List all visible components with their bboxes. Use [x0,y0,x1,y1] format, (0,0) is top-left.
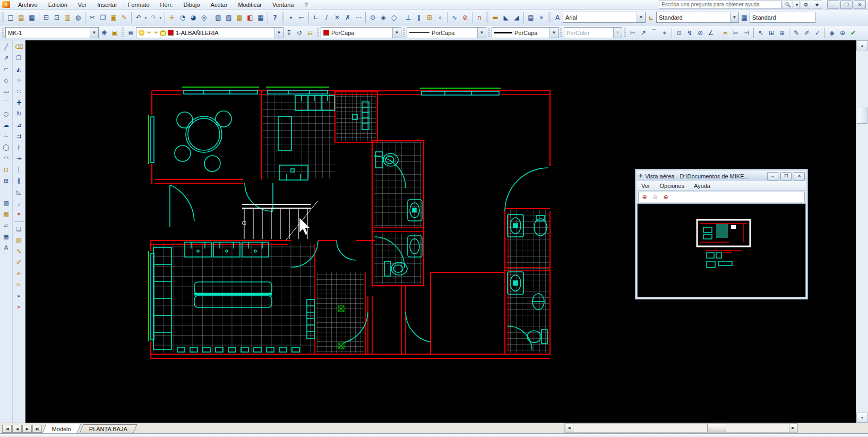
quick-dimension[interactable]: ≍ [720,28,731,38]
help[interactable]: ? [270,12,280,23]
horizontal-scroll-track[interactable] [573,424,789,432]
edit-spline[interactable]: ✐ [13,257,24,268]
dimension-center[interactable]: ⊕ [837,28,848,38]
plot[interactable]: ⊟ [41,12,51,23]
menu-archivo[interactable]: Archivo [13,1,42,8]
aerial-title-bar[interactable]: ✈ Vista aérea - D:\Documentos de MIKE...… [637,171,806,181]
offset[interactable]: ≈ [13,75,24,86]
horizontal-scroll-thumb[interactable] [707,424,726,432]
table-style-icon[interactable]: ▦ [739,12,750,23]
hatch[interactable]: ▨ [1,198,12,209]
gradient[interactable]: ▩ [1,209,12,220]
toolbar-grip[interactable] [2,28,4,38]
point[interactable]: · [1,186,12,198]
close-button[interactable]: ✕ [854,0,866,9]
arc[interactable]: ⌒ [1,97,12,108]
copy[interactable]: ❐ [13,53,24,64]
linear-dimension[interactable]: ⊢ [628,28,638,38]
snap-center[interactable]: ⊙ [367,12,378,23]
menu-dibujo[interactable]: Dibujo [178,1,204,8]
make-object-layer-current[interactable]: ↧ [283,28,294,38]
mass-properties[interactable]: ◢ [511,12,522,23]
tablestyle-combo[interactable]: Standard [750,12,815,23]
linetype-dropdown-arrow[interactable]: ▼ [477,28,486,38]
publish[interactable]: ▥ [62,12,73,23]
layer-properties-manager[interactable]: ≣ [125,28,136,38]
tab-planta-baja[interactable]: PLANTA BAJA [80,424,137,433]
designcenter[interactable]: ▨ [224,12,234,23]
layer-dropdown-arrow[interactable]: ▼ [274,28,283,38]
horizontal-scrollbar[interactable]: ◀ ▶ [564,423,798,433]
chamfer[interactable]: ◺ [13,186,24,198]
sync-attributes[interactable]: ➢ [13,290,24,302]
font-dropdown-arrow[interactable]: ▼ [637,12,645,22]
markup-set-manager[interactable]: ◧ [245,12,255,23]
match-properties[interactable]: ✎ [119,12,130,23]
workspace-combo[interactable]: MK-1 ▼ [5,27,99,38]
distance[interactable]: ▬ [490,12,501,23]
scroll-right-arrow[interactable]: ▶ [789,424,797,432]
workspace-settings[interactable]: ❋ [99,28,109,38]
scroll-left-arrow[interactable]: ◀ [565,424,573,432]
center-mark[interactable]: ⊕ [777,28,787,38]
draw-order[interactable]: ❏ [13,224,24,235]
pan[interactable]: ✛ [167,12,177,23]
zoom-window[interactable]: ◕ [188,12,199,23]
3d-dwf[interactable]: ◍ [73,12,83,23]
aerial-close-button[interactable]: ✕ [794,172,805,181]
layer-thaw-sun-icon[interactable]: ☀ [147,30,151,35]
toolbar-grip[interactable] [317,28,319,38]
explode[interactable]: ✶ [13,209,24,220]
scroll-up-arrow[interactable]: ▲ [856,40,868,50]
temporary-track-point[interactable]: ∙ [286,12,296,23]
aerial-menu-ver[interactable]: Ver [637,182,655,190]
tab-next[interactable]: ▶ [22,425,32,433]
layer-previous[interactable]: ↺ [294,28,305,38]
line[interactable]: ╱ [1,41,12,53]
locate-point[interactable]: ⌖ [536,12,547,23]
layer-on-bulb-icon[interactable] [139,30,144,36]
workspace-dropdown-arrow[interactable]: ▼ [90,28,98,38]
dim-style-check[interactable]: ✔ [848,28,858,38]
break[interactable]: ∦ [13,175,24,186]
dimstyle-combo[interactable]: Standard ▼ [656,12,739,23]
polyline[interactable]: ⌐ [1,64,12,75]
linetype-combo[interactable]: PorCapa ▼ [407,27,486,38]
snap-parallel[interactable]: ∥ [414,12,424,23]
color-combo[interactable]: PorCapa ▼ [321,27,401,38]
restore-button[interactable]: ❐ [840,0,853,9]
block-attribute-manager[interactable]: ✁ [13,279,24,290]
diameter-dimension[interactable]: ⊘ [695,28,706,38]
aerial-zoom-global[interactable]: ⊕ [661,193,671,201]
save[interactable]: ▦ [27,12,37,23]
radius-dimension[interactable]: ⊙ [674,28,684,38]
array[interactable]: ∷ [13,86,24,97]
copy-clip[interactable]: ❐ [98,12,108,23]
tab-first[interactable]: |◀ [2,425,12,433]
stretch[interactable]: ⇉ [13,131,24,142]
ellipse[interactable]: ◯ [1,142,12,153]
font-combo[interactable]: Arial ▼ [563,12,646,23]
menu-ver[interactable]: Ver [73,1,92,8]
snap-endpoint[interactable]: ∟ [311,12,321,23]
toolbar-grip[interactable] [560,28,562,38]
multiline-text[interactable]: A [1,242,12,253]
angular-dimension[interactable]: ∠ [706,28,716,38]
minimize-button[interactable]: – [827,0,839,9]
aerial-menu-ayuda[interactable]: Ayuda [690,182,715,190]
zoom-realtime[interactable]: ◔ [177,12,188,23]
zoom-previous[interactable]: ◎ [199,12,209,23]
circle[interactable]: ○ [1,108,12,119]
insert-block[interactable]: ⊡ [1,164,12,175]
toolbar-grip[interactable] [282,12,284,23]
my-workspace[interactable]: ▣ [109,28,120,38]
area[interactable]: ◣ [501,12,511,23]
ordinate-dimension[interactable]: ⌖ [659,28,670,38]
layer-states-manager[interactable]: ⊟ [305,28,315,38]
trim[interactable]: ∤ [13,142,24,153]
tolerance[interactable]: ⊞ [766,28,777,38]
toolbar-grip[interactable] [548,12,551,23]
toolbar-grip[interactable] [624,28,626,38]
dimstyle-dropdown-arrow[interactable]: ▼ [730,12,738,22]
menu-herr[interactable]: Herr. [156,1,178,8]
